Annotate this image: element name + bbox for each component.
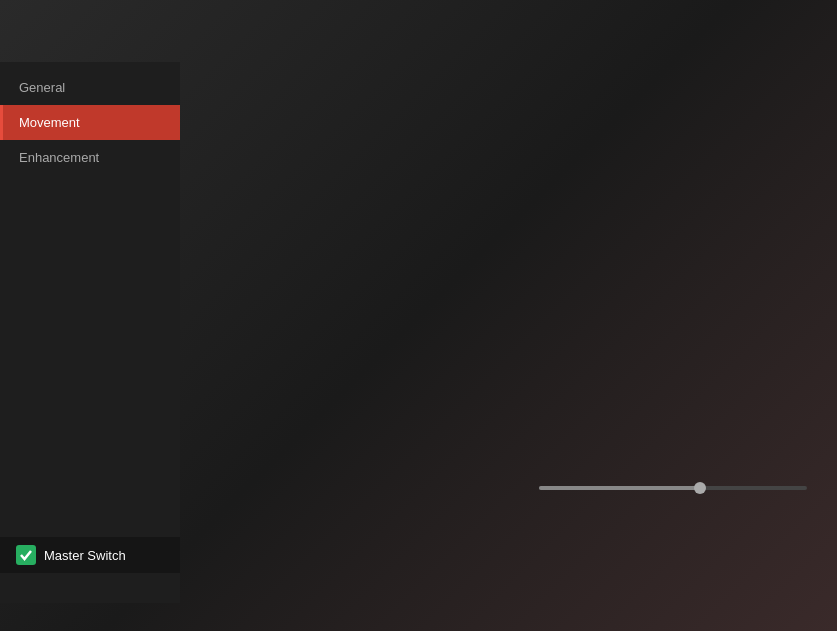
- slider-track[interactable]: [539, 486, 807, 490]
- sidebar-item-enhancement[interactable]: Enhancement: [0, 140, 180, 175]
- master-switch-checkbox[interactable]: [16, 545, 36, 565]
- master-switch-container: Master Switch: [0, 537, 180, 573]
- master-switch-label: Master Switch: [44, 548, 126, 563]
- slider-fill: [539, 486, 700, 490]
- sidebar-item-general[interactable]: General: [0, 70, 180, 105]
- sidebar-item-movement[interactable]: Movement: [0, 105, 180, 140]
- sidebar: General Movement Enhancement Master Swit…: [0, 62, 180, 603]
